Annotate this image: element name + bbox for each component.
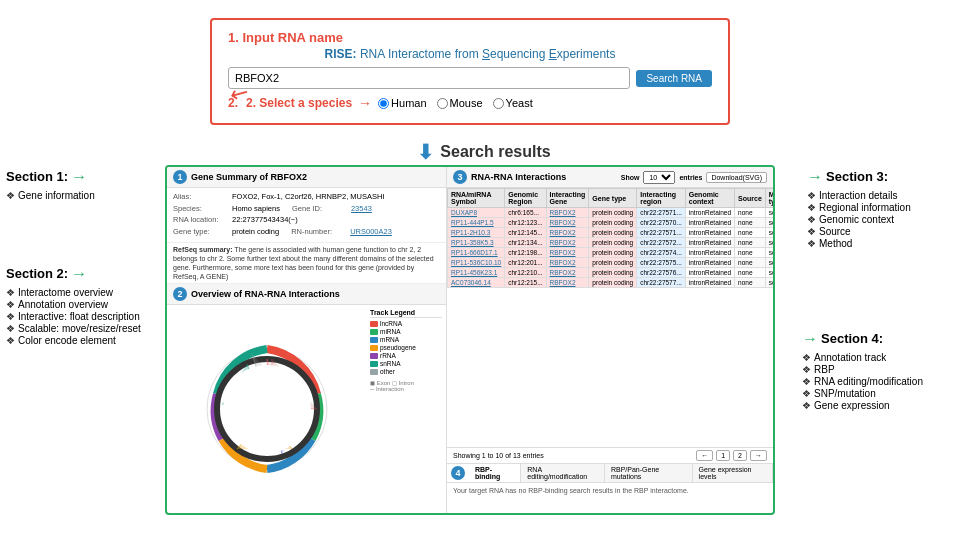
td-method: seemingNone bbox=[765, 278, 773, 288]
human-option[interactable]: Human bbox=[378, 97, 426, 109]
geneid-val: 23543 bbox=[351, 204, 372, 215]
rna-loc-val: 22:27377543434(−) bbox=[232, 215, 298, 226]
legend-panel: Track Legend lncRNA miRNA mRNA pseudogen… bbox=[366, 305, 446, 513]
search-input[interactable] bbox=[228, 67, 630, 89]
mouse-option[interactable]: Mouse bbox=[437, 97, 483, 109]
legend-color-6 bbox=[370, 361, 378, 367]
td-symbol[interactable]: RP11-2H10.3 bbox=[448, 228, 505, 238]
bullet-icon: ❖ bbox=[807, 238, 816, 249]
td-interacting[interactable]: RBFOX2 bbox=[546, 248, 589, 258]
td-symbol[interactable]: RP11-456K23.1 bbox=[448, 268, 505, 278]
td-type: protein coding bbox=[589, 248, 637, 258]
species-row: 2. 2. Select a species → Human Mouse Yea… bbox=[228, 95, 712, 111]
legend-item-1: lncRNA bbox=[370, 320, 442, 327]
td-symbol[interactable]: RP11-666D17.1 bbox=[448, 248, 505, 258]
tab-content-text: Your target RNA has no RBP-binding searc… bbox=[453, 487, 689, 494]
td-context: intronRetained bbox=[685, 268, 734, 278]
rnacentral-label: RN-number: bbox=[291, 227, 346, 238]
td-symbol[interactable]: AC073046.14 bbox=[448, 278, 505, 288]
td-region: chr12:201... bbox=[505, 258, 546, 268]
td-source: none bbox=[735, 268, 766, 278]
section2-text-5: Color encode element bbox=[18, 335, 116, 346]
tab-gene-expression[interactable]: Gene expression levels bbox=[693, 464, 773, 482]
section2-item-3: ❖ Interactive: float description bbox=[6, 311, 161, 322]
next-page-button[interactable]: → bbox=[750, 450, 767, 461]
td-interacting[interactable]: RBFOX2 bbox=[546, 228, 589, 238]
col-method: Method/type bbox=[765, 189, 773, 208]
table-container[interactable]: RNA/miRNASymbol GenomicRegion Interactin… bbox=[447, 188, 773, 447]
section3-arrow-row: → Section 3: bbox=[807, 168, 962, 186]
legend-label-4: pseudogene bbox=[380, 344, 416, 351]
rows-per-page-select[interactable]: 102550 bbox=[643, 171, 675, 184]
td-method: seemingNone bbox=[765, 238, 773, 248]
td-symbol[interactable]: RP11-358K5.3 bbox=[448, 238, 505, 248]
download-svg-button[interactable]: Download(SVG) bbox=[706, 172, 767, 183]
gene-summary-header: 1 Gene Summary of RBFOX2 bbox=[167, 167, 446, 188]
section4-title: Section 4: bbox=[821, 331, 883, 346]
section4-item-2: ❖ RBP bbox=[802, 364, 962, 375]
td-symbol[interactable]: RP11-444P1.5 bbox=[448, 218, 505, 228]
yeast-option[interactable]: Yeast bbox=[493, 97, 533, 109]
section1-item-gene-info: ❖ Gene information bbox=[6, 190, 151, 201]
right-panel: 3 RNA-RNA Interactions Show 102550 entri… bbox=[447, 167, 773, 513]
human-radio[interactable] bbox=[378, 98, 389, 109]
prev-page-button[interactable]: ← bbox=[696, 450, 713, 461]
td-interacting[interactable]: RBFOX2 bbox=[546, 258, 589, 268]
td-region: chr12:215... bbox=[505, 278, 546, 288]
legend-title: Track Legend bbox=[370, 309, 442, 318]
td-region: chr12:123... bbox=[505, 218, 546, 228]
page2-button[interactable]: 2 bbox=[733, 450, 747, 461]
legend-label-5: rRNA bbox=[380, 352, 396, 359]
rise-subtitle: RNA Interactome from Sequencing Experime… bbox=[360, 47, 615, 61]
td-source: none bbox=[735, 278, 766, 288]
section4-item-4: ❖ SNP/mutation bbox=[802, 388, 962, 399]
section3-text-1: Interaction details bbox=[819, 190, 897, 201]
section2-item-4: ❖ Scalable: move/resize/reset bbox=[6, 323, 161, 334]
section2-text-3: Interactive: float description bbox=[18, 311, 140, 322]
page1-button[interactable]: 1 bbox=[716, 450, 730, 461]
legend-item-7: other bbox=[370, 368, 442, 375]
section1-gene-info-text: Gene information bbox=[18, 190, 95, 201]
td-symbol[interactable]: DUXAP8 bbox=[448, 208, 505, 218]
bottom-tabs: 4 RBP-binding RNA editing/modification R… bbox=[447, 463, 773, 513]
bullet-icon: ❖ bbox=[802, 400, 811, 411]
td-interacting[interactable]: RBFOX2 bbox=[546, 278, 589, 288]
section3-item-4: ❖ Source bbox=[807, 226, 962, 237]
col-gene-type: Gene type bbox=[589, 189, 637, 208]
select-species-label: 2. Select a species bbox=[246, 96, 352, 110]
tab-rbp-pan-gene[interactable]: RBP/Pan-Gene mutations bbox=[605, 464, 693, 482]
legend-color-3 bbox=[370, 337, 378, 343]
bullet-icon: ❖ bbox=[802, 376, 811, 387]
td-interacting[interactable]: RBFOX2 bbox=[546, 268, 589, 278]
left-panel: 1 Gene Summary of RBFOX2 Alias: FOXO2, F… bbox=[167, 167, 447, 513]
yeast-radio[interactable] bbox=[493, 98, 504, 109]
search-button[interactable]: Search RNA bbox=[636, 70, 712, 87]
td-interacting[interactable]: RBFOX2 bbox=[546, 218, 589, 228]
tab-rna-editing[interactable]: RNA editing/modification bbox=[521, 464, 605, 482]
bullet-icon: ❖ bbox=[807, 226, 816, 237]
td-interacting[interactable]: RBFOX2 bbox=[546, 238, 589, 248]
alias-label: Alias: bbox=[173, 192, 228, 203]
rise-brand: RISE: bbox=[325, 47, 360, 61]
table-row: RP11-358K5.3 chr12:134... RBFOX2 protein… bbox=[448, 238, 774, 248]
section2-arrow-icon: → bbox=[71, 265, 87, 283]
section1-label: Section 1: → ❖ Gene information bbox=[6, 168, 151, 202]
td-region: chr12:198... bbox=[505, 248, 546, 258]
section2-item-1: ❖ Interactome overview bbox=[6, 287, 161, 298]
td-interacting[interactable]: RBFOX2 bbox=[546, 208, 589, 218]
td-region: chr12:210... bbox=[505, 268, 546, 278]
td-region: chr12:145... bbox=[505, 228, 546, 238]
td-symbol[interactable]: RP11-536C10.10 bbox=[448, 258, 505, 268]
bullet-icon: ❖ bbox=[6, 323, 15, 334]
section3-item-3: ❖ Genomic context bbox=[807, 214, 962, 225]
td-context: intronRetained bbox=[685, 228, 734, 238]
legend-item-6: snRNA bbox=[370, 360, 442, 367]
mouse-radio[interactable] bbox=[437, 98, 448, 109]
search-results-label: ⬇ Search results bbox=[417, 140, 550, 164]
table-row: DUXAP8 chr6:165... RBFOX2 protein coding… bbox=[448, 208, 774, 218]
td-context: intronRetained bbox=[685, 248, 734, 258]
td-context: intronRetained bbox=[685, 258, 734, 268]
circos-area: Track Legend lncRNA miRNA mRNA pseudogen… bbox=[167, 305, 446, 513]
col-genomic-context: Genomiccontext bbox=[685, 189, 734, 208]
tab-rbp-binding[interactable]: RBP-binding bbox=[469, 464, 521, 482]
